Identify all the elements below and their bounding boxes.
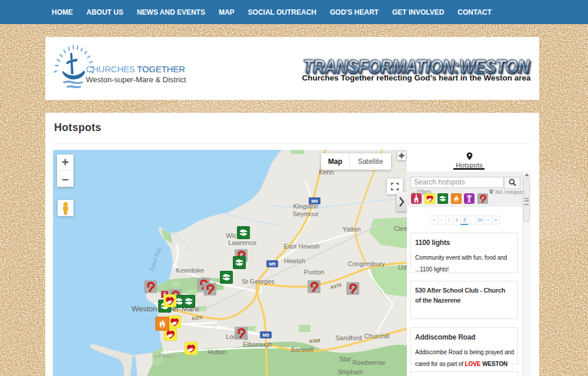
svg-text:Udley: Udley (398, 264, 407, 271)
svg-text:Rowberrow: Rowberrow (352, 359, 385, 366)
svg-text:Star: Star (339, 355, 352, 362)
svg-text:UPHILL: UPHILL (153, 354, 175, 359)
svg-text:Shipham: Shipham (338, 368, 363, 375)
svg-text:Hutton: Hutton (208, 348, 226, 355)
svg-text:A368: A368 (309, 338, 320, 344)
svg-text:M5: M5 (262, 333, 269, 338)
svg-text:Kewstoke: Kewstoke (176, 267, 204, 274)
svg-text:Elborough: Elborough (243, 341, 272, 348)
svg-text:Seymour: Seymour (293, 210, 319, 217)
svg-text:Churchill: Churchill (365, 333, 390, 340)
svg-text:St Georges: St Georges (242, 278, 275, 285)
svg-text:Hewish: Hewish (284, 257, 305, 264)
svg-text:Banwell: Banwell (291, 346, 314, 353)
svg-text:Yatton: Yatton (343, 226, 361, 233)
svg-text:Cleeve: Cleeve (394, 225, 407, 232)
svg-text:Sandford: Sandford (336, 334, 362, 341)
svg-text:Puxton: Puxton (304, 268, 324, 276)
svg-text:M5: M5 (269, 261, 276, 267)
svg-text:East Hewish: East Hewish (283, 243, 319, 250)
svg-text:Congresbury: Congresbury (348, 260, 385, 267)
svg-text:M5: M5 (311, 199, 318, 204)
svg-text:Lawrence: Lawrence (228, 239, 256, 246)
